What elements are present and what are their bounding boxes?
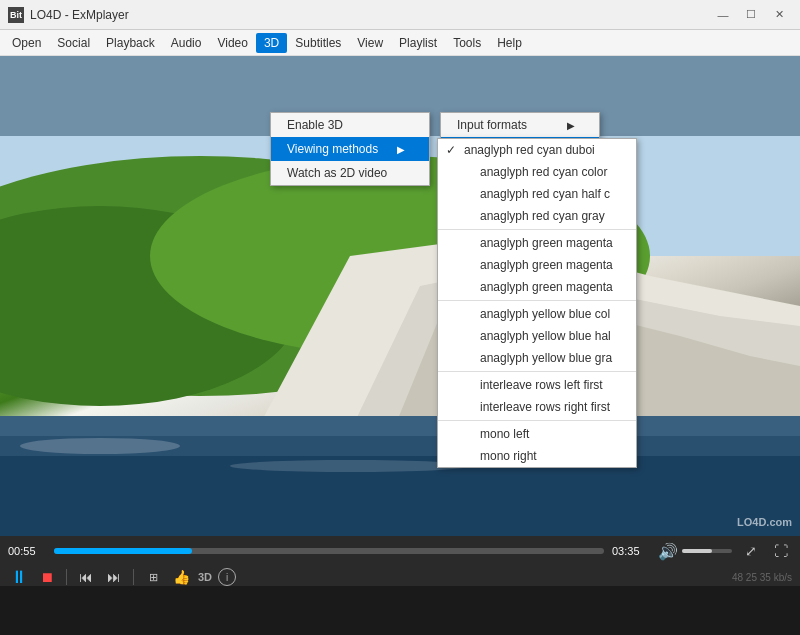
bitrate-display: 48 25 35 kb/s [732, 572, 792, 583]
controls-bar: 00:55 03:35 🔊 ⤢ ⛶ ⏸ ⏹ ⏮ ⏭ ⊞ 👍 3D i 48 25… [0, 536, 800, 586]
menu-item-output-formats[interactable]: 3D output formats ▶ [441, 137, 599, 161]
submenu-arrow-input: ▶ [567, 120, 575, 131]
menu-item-watch2d[interactable]: Watch as 2D video [271, 161, 429, 185]
menu-playback[interactable]: Playback [98, 33, 163, 53]
menu-3d[interactable]: 3D [256, 33, 287, 53]
like-container: 👍 [170, 566, 192, 588]
3d-badge: 3D [198, 571, 212, 583]
progress-bar[interactable] [54, 548, 604, 554]
volume-icon: 🔊 [658, 542, 678, 561]
window-title: LO4D - ExMplayer [30, 8, 129, 22]
app-icon: Bit [8, 7, 24, 23]
prev-button[interactable]: ⏮ [75, 566, 97, 588]
volume-slider[interactable] [682, 549, 732, 553]
eq-button[interactable]: ⊞ [142, 566, 164, 588]
menu-3d-dropdown: Enable 3D Viewing methods ▶ Watch as 2D … [270, 112, 430, 186]
submenu-arrow-viewing: ▶ [397, 144, 405, 155]
menu-playlist[interactable]: Playlist [391, 33, 445, 53]
menu-tools[interactable]: Tools [445, 33, 489, 53]
playback-controls: ⏸ ⏹ ⏮ ⏭ ⊞ 👍 3D i 48 25 35 kb/s [8, 566, 792, 588]
svg-point-12 [230, 460, 470, 472]
like-button[interactable]: 👍 [170, 566, 192, 588]
svg-point-11 [20, 438, 180, 454]
svg-point-14 [470, 401, 530, 471]
window-controls: — ☐ ✕ [710, 5, 792, 25]
menu-social[interactable]: Social [49, 33, 98, 53]
menu-open[interactable]: Open [4, 33, 49, 53]
total-time: 03:35 [612, 545, 650, 557]
progress-row: 00:55 03:35 🔊 ⤢ ⛶ [8, 540, 792, 562]
info-button[interactable]: i [218, 568, 236, 586]
divider-1 [66, 569, 67, 585]
maximize-button[interactable]: ☐ [738, 5, 764, 25]
menu-audio[interactable]: Audio [163, 33, 210, 53]
next-button[interactable]: ⏭ [103, 566, 125, 588]
submenu-viewing: Input formats ▶ 3D output formats ▶ [440, 112, 600, 162]
title-bar-left: Bit LO4D - ExMplayer [8, 7, 129, 23]
progress-fill [54, 548, 192, 554]
submenu-arrow-output: ▶ [567, 144, 575, 155]
video-watermark: LO4D.com [737, 516, 792, 528]
menu-subtitles[interactable]: Subtitles [287, 33, 349, 53]
current-time: 00:55 [8, 545, 46, 557]
menu-view[interactable]: View [349, 33, 391, 53]
stop-button[interactable]: ⏹ [36, 566, 58, 588]
minimize-button[interactable]: — [710, 5, 736, 25]
title-bar: Bit LO4D - ExMplayer — ☐ ✕ [0, 0, 800, 30]
close-button[interactable]: ✕ [766, 5, 792, 25]
expand-button[interactable]: ⤢ [740, 540, 762, 562]
menu-bar: Open Social Playback Audio Video 3D Subt… [0, 30, 800, 56]
fullscreen-button[interactable]: ⛶ [770, 540, 792, 562]
divider-2 [133, 569, 134, 585]
video-area: LO4D.com Enable 3D Viewing methods ▶ Wat… [0, 56, 800, 536]
play-pause-button[interactable]: ⏸ [8, 566, 30, 588]
menu-help[interactable]: Help [489, 33, 530, 53]
menu-item-viewing-methods[interactable]: Viewing methods ▶ [271, 137, 429, 161]
menu-item-input-formats[interactable]: Input formats ▶ [441, 113, 599, 137]
menu-item-enable3d[interactable]: Enable 3D [271, 113, 429, 137]
volume-fill [682, 549, 712, 553]
menu-video[interactable]: Video [209, 33, 255, 53]
